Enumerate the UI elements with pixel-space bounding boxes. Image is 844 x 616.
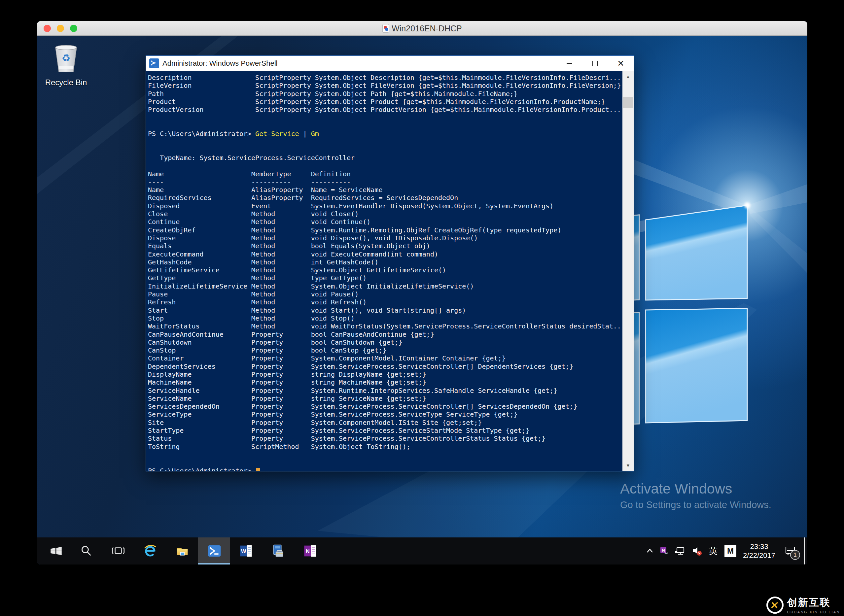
taskbar-search[interactable] [70,537,102,565]
site-branding: 创新互联 CHUANG XIN HU LIAN [766,596,840,614]
taskbar-server-manager[interactable] [262,537,294,565]
maximize-button[interactable] [582,56,608,71]
clock-date: 2/22/2017 [739,551,779,560]
ime-label: M [724,545,736,557]
svg-text:♻: ♻ [62,52,70,64]
minimize-button[interactable] [556,56,582,71]
close-button[interactable]: ✕ [608,56,634,71]
recycle-bin[interactable]: ♻ Recycle Bin [40,43,92,87]
taskbar-powershell[interactable] [198,537,230,565]
powershell-titlebar[interactable]: Administrator: Windows PowerShell ✕ [146,56,634,71]
svg-text:✂: ✂ [664,551,668,556]
file-explorer-icon [174,543,190,559]
activate-watermark-subtitle: Go to Settings to activate Windows. [620,499,771,510]
tray-volume-muted[interactable] [688,537,705,565]
show-desktop-divider[interactable] [804,537,805,565]
powershell-titlebar-icon [149,59,159,68]
powershell-window[interactable]: Administrator: Windows PowerShell ✕ Desc… [145,56,634,471]
mac-titlebar: Win2016EN-DHCP [37,21,807,36]
vm-window-title: Win2016EN-DHCP [392,24,462,33]
recycle-bin-label: Recycle Bin [40,78,92,87]
onenote-clip-icon: N ✂ [659,546,670,557]
word-icon: W [238,543,254,559]
volume-muted-icon [691,545,703,557]
windows-desktop[interactable]: ♻ Recycle Bin Activate Windows Go to Set… [37,36,807,565]
action-center-button[interactable]: 1 [779,537,802,565]
network-icon [674,545,686,557]
scrollbar-thumb[interactable] [623,97,633,108]
internet-explorer-icon [142,543,159,559]
onenote-icon: N [302,543,318,559]
tray-onenote-clip[interactable]: N ✂ [657,537,672,565]
tray-clock[interactable]: 23:33 2/22/2017 [739,537,779,565]
task-view-icon [111,543,126,559]
task-view-button[interactable] [102,537,134,565]
notification-badge: 1 [790,550,800,560]
console-scrollbar[interactable]: ▲ ▼ [622,71,634,471]
tray-chevron-up[interactable] [643,537,657,565]
recycle-bin-icon: ♻ [51,43,81,76]
language-label: 英 [709,546,718,557]
tray-ime-indicator[interactable]: M [722,537,739,565]
brand-name-cn: 创新互联 [787,596,840,609]
search-icon [79,543,94,559]
console-output: Description ScriptProperty System.Object… [146,71,622,471]
tray-language-indicator[interactable]: 英 [705,537,722,565]
server-manager-icon [270,543,286,559]
svg-text:N: N [305,549,310,554]
taskbar-onenote[interactable]: N [294,537,326,565]
start-button[interactable] [42,537,70,565]
vm-host-window: Win2016EN-DHCP [37,21,807,565]
brand-logo-icon [766,597,784,614]
vm-document-icon [382,24,389,33]
start-icon [48,543,64,559]
taskbar-file-explorer[interactable] [166,537,198,565]
svg-text:W: W [241,549,246,554]
clock-time: 23:33 [739,542,779,551]
brand-name-en: CHUANG XIN HU LIAN [787,610,840,614]
scroll-down-arrow-icon[interactable]: ▼ [622,460,634,471]
tray-network[interactable] [672,537,688,565]
taskbar-internet-explorer[interactable] [134,537,166,565]
scroll-up-arrow-icon[interactable]: ▲ [622,71,634,82]
powershell-icon [206,543,223,559]
chevron-up-icon [645,546,655,556]
powershell-title: Administrator: Windows PowerShell [163,59,277,67]
taskbar: W N [37,537,807,565]
activate-watermark: Activate Windows Go to Settings to activ… [620,481,771,510]
taskbar-word[interactable]: W [230,537,262,565]
activate-watermark-title: Activate Windows [620,481,771,497]
